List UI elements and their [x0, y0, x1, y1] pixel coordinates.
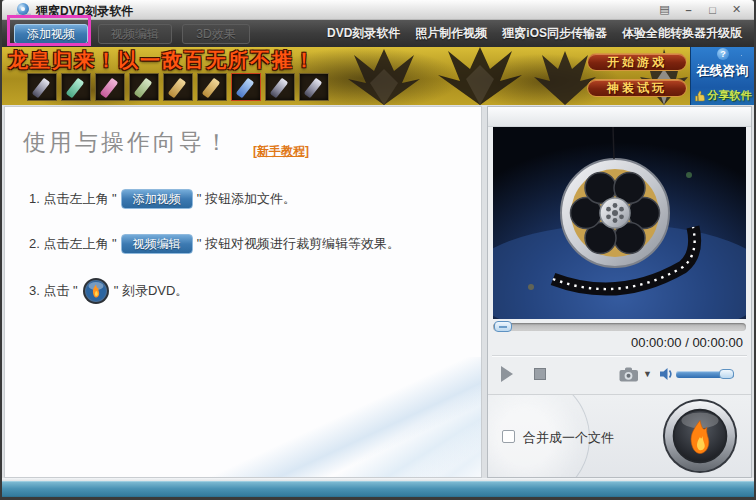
app-disc-icon [16, 3, 31, 17]
status-bar [2, 478, 754, 497]
preview-panel: 00:00:00 / 00:00:00 ▼ [487, 106, 752, 478]
player-controls: ▼ [488, 357, 751, 393]
panel-header [488, 107, 751, 127]
tab-3d-effect[interactable]: 3D效果 [182, 24, 250, 44]
app-window: 狸窝DVD刻录软件 ▤ – □ ✕ 添加视频 视频编辑 3D效果 DVD刻录软件… [0, 0, 756, 500]
window-title: 狸窝DVD刻录软件 [36, 3, 133, 20]
share-software-link[interactable]: 分享软件 [691, 88, 754, 103]
game-character-art [340, 49, 428, 105]
guide-step-3: 3. 点击 " " 刻录DVD。 [29, 277, 188, 305]
burn-dvd-button[interactable] [661, 397, 739, 475]
weapon-item-icon [163, 73, 193, 101]
close-button[interactable]: ✕ [729, 2, 744, 17]
burn-button-illustration-icon [82, 277, 110, 305]
volume-thumb[interactable] [719, 369, 734, 379]
weapon-item-icon [95, 73, 125, 101]
online-consult-link[interactable]: 在线咨询 [691, 62, 754, 80]
burn-section: 合并成一个文件 [488, 394, 751, 477]
ad-banner[interactable]: 龙皇归来！以一敌百无所不摧！ 开始游戏 神装试玩 [2, 47, 754, 105]
maximize-button[interactable]: □ [705, 2, 720, 17]
banner-headline: 龙皇归来！以一敌百无所不摧！ [8, 47, 316, 74]
snapshot-camera-button[interactable] [619, 367, 639, 382]
help-icon[interactable]: ? [717, 48, 729, 60]
weapon-item-icon [197, 73, 227, 101]
guide-area: 使用与操作向导！ [新手教程] 1. 点击左上角 " 添加视频 " 按钮添加文件… [4, 106, 482, 478]
weapon-item-icon [231, 73, 261, 101]
tab-bar: 添加视频 视频编辑 3D效果 DVD刻录软件 照片制作视频 狸窝iOS同步传输器… [2, 20, 754, 47]
trial-play-button[interactable]: 神装试玩 [587, 79, 687, 97]
consult-panel: ? 在线咨询 分享软件 [690, 47, 754, 105]
guide-step-1: 1. 点击左上角 " 添加视频 " 按钮添加文件。 [29, 189, 296, 209]
menu-link-ios-transfer[interactable]: 狸窝iOS同步传输器 [502, 25, 607, 42]
thumbs-up-icon [694, 90, 706, 102]
tab-add-video[interactable]: 添加视频 [14, 24, 88, 44]
guide-step-2: 2. 点击左上角 " 视频编辑 " 按钮对视频进行裁剪编辑等效果。 [29, 234, 400, 254]
menu-link-dvd-burner[interactable]: DVD刻录软件 [327, 25, 400, 42]
game-character-art [432, 47, 528, 105]
top-menu: DVD刻录软件 照片制作视频 狸窝iOS同步传输器 体验全能转换器升级版 [327, 20, 742, 47]
weapon-item-icon [299, 73, 329, 101]
window-menu-button[interactable]: ▤ [657, 2, 672, 17]
weapon-item-icon [27, 73, 57, 101]
volume-slider[interactable] [676, 371, 734, 378]
video-preview [493, 127, 746, 319]
tab-video-edit[interactable]: 视频编辑 [98, 24, 172, 44]
time-display: 00:00:00 / 00:00:00 [631, 335, 743, 350]
snapshot-dropdown-icon[interactable]: ▼ [643, 369, 652, 379]
seek-thumb[interactable] [494, 321, 512, 332]
minimize-button[interactable]: – [681, 2, 696, 17]
menu-link-converter-upgrade[interactable]: 体验全能转换器升级版 [622, 25, 742, 42]
seek-slider[interactable] [493, 323, 746, 331]
banner-item-row [27, 73, 329, 101]
merge-checkbox[interactable] [502, 430, 515, 443]
workspace: 使用与操作向导！ [新手教程] 1. 点击左上角 " 添加视频 " 按钮添加文件… [2, 105, 754, 480]
add-video-button-illustration: 添加视频 [121, 189, 193, 209]
tutorial-link[interactable]: [新手教程] [253, 143, 309, 160]
play-button[interactable] [501, 366, 513, 382]
guide-title: 使用与操作向导！ [23, 127, 231, 158]
stop-button[interactable] [534, 368, 546, 380]
weapon-item-icon [265, 73, 295, 101]
video-edit-button-illustration: 视频编辑 [121, 234, 193, 254]
start-game-button[interactable]: 开始游戏 [587, 53, 687, 71]
menu-link-photo-video[interactable]: 照片制作视频 [415, 25, 487, 42]
merge-checkbox-label: 合并成一个文件 [523, 429, 614, 447]
volume-speaker-icon[interactable] [659, 367, 674, 381]
title-bar: 狸窝DVD刻录软件 ▤ – □ ✕ [2, 0, 754, 20]
weapon-item-icon [129, 73, 159, 101]
weapon-item-icon [61, 73, 91, 101]
